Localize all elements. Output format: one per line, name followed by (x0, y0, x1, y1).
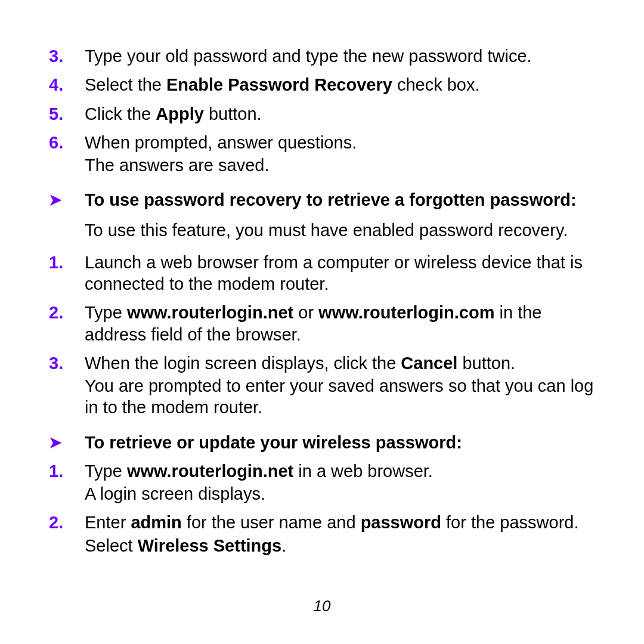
arrow-icon: ➤ (48, 189, 85, 210)
recovery-step-1: 1. Launch a web browser from a computer … (48, 252, 596, 295)
wireless-step-1: 1. Type www.routerlogin.net in a web bro… (48, 460, 596, 505)
bold-text: password (361, 513, 441, 532)
step-text: Type www.routerlogin.net or www.routerlo… (85, 302, 596, 345)
text-part: Enter (85, 513, 131, 532)
text-part: . (281, 536, 286, 555)
text-part: for the password. (441, 513, 579, 532)
text-part: button. (204, 104, 262, 123)
text-part: button. (457, 354, 515, 373)
text-line: Type www.routerlogin.net in a web browse… (85, 460, 596, 482)
bold-text: Wireless Settings (138, 536, 282, 555)
step-number: 2. (48, 512, 85, 533)
bold-text: Apply (156, 104, 204, 123)
step-text: Type www.routerlogin.net in a web browse… (85, 460, 596, 505)
page-number: 10 (0, 597, 644, 615)
wireless-step-2: 2. Enter admin for the user name and pas… (48, 512, 596, 556)
bold-text: To retrieve or update your wireless pass… (85, 433, 462, 452)
text-line: Select Wireless Settings. (85, 535, 596, 556)
bold-text: www.routerlogin.com (318, 303, 494, 322)
step-number: 4. (48, 74, 85, 95)
step-number: 3. (48, 45, 85, 67)
step-number: 6. (48, 132, 85, 153)
step-number: 5. (48, 103, 85, 125)
bold-text: Cancel (401, 354, 457, 373)
text-line: A login screen displays. (85, 483, 596, 504)
step-text: When prompted, answer questions. The ans… (85, 132, 596, 177)
text-part: in a web browser. (293, 462, 433, 481)
step-6: 6. When prompted, answer questions. The … (48, 132, 596, 177)
step-number: 1. (48, 252, 85, 273)
bold-text: admin (131, 513, 181, 532)
text-part: Type (85, 462, 127, 481)
document-page: 3. Type your old password and type the n… (0, 0, 644, 644)
step-number: 2. (48, 302, 85, 323)
section-intro: To use this feature, you must have enabl… (48, 219, 596, 241)
step-text: Type your old password and type the new … (85, 45, 596, 67)
heading-text: To retrieve or update your wireless pass… (85, 432, 596, 453)
recovery-step-2: 2. Type www.routerlogin.net or www.route… (48, 302, 596, 345)
text-part: When the login screen displays, click th… (85, 354, 401, 373)
bold-text: To use password recovery to retrieve a f… (85, 190, 577, 209)
step-text: Select the Enable Password Recovery chec… (85, 74, 596, 95)
text-part: Select (85, 536, 138, 555)
step-4: 4. Select the Enable Password Recovery c… (48, 74, 596, 95)
text-part: Type (85, 303, 127, 322)
text-line: Enter admin for the user name and passwo… (85, 512, 596, 533)
recovery-step-3: 3. When the login screen displays, click… (48, 352, 596, 419)
text-part: for the user name and (182, 513, 361, 532)
intro-text: To use this feature, you must have enabl… (85, 219, 596, 241)
heading-text: To use password recovery to retrieve a f… (85, 189, 596, 210)
step-text: When the login screen displays, click th… (85, 352, 596, 419)
step-text: Click the Apply button. (85, 103, 596, 125)
bold-text: www.routerlogin.net (127, 462, 293, 481)
bold-text: www.routerlogin.net (127, 303, 293, 322)
text-part: Select the (85, 75, 166, 94)
bold-text: Enable Password Recovery (166, 75, 392, 94)
step-number: 1. (48, 460, 85, 482)
section-heading-recovery: ➤ To use password recovery to retrieve a… (48, 189, 596, 210)
text-part: or (293, 303, 318, 322)
text-line: The answers are saved. (85, 154, 596, 176)
step-3: 3. Type your old password and type the n… (48, 45, 596, 67)
step-number: 3. (48, 352, 85, 374)
section-heading-wireless: ➤ To retrieve or update your wireless pa… (48, 432, 596, 453)
text-part: check box. (392, 75, 480, 94)
text-line: When the login screen displays, click th… (85, 352, 596, 374)
arrow-icon: ➤ (48, 432, 85, 453)
text-part: Click the (85, 104, 156, 123)
step-text: Enter admin for the user name and passwo… (85, 512, 596, 556)
text-line: When prompted, answer questions. (85, 132, 596, 153)
step-5: 5. Click the Apply button. (48, 103, 596, 125)
text-line: You are prompted to enter your saved ans… (85, 375, 596, 419)
step-text: Launch a web browser from a computer or … (85, 252, 596, 295)
